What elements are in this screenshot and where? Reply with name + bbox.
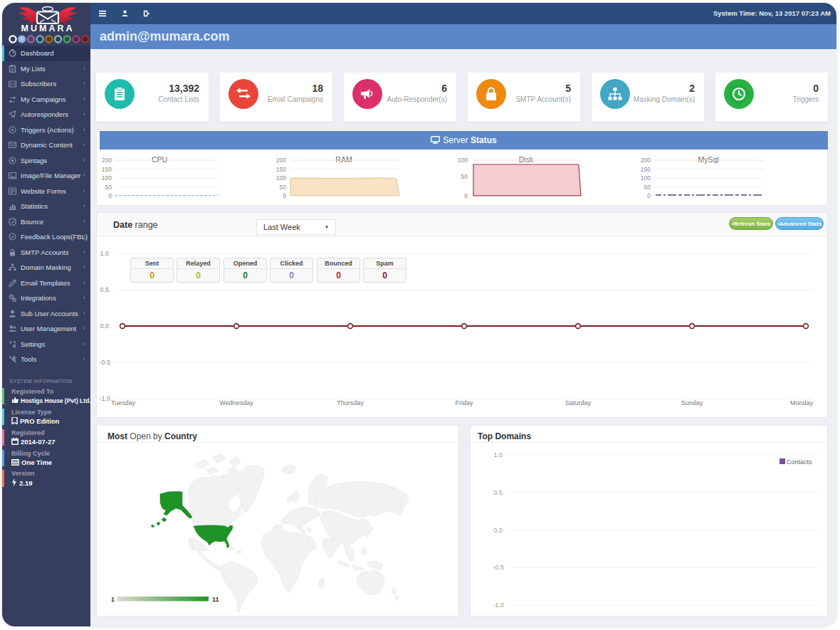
svg-text:0: 0 [108,192,112,199]
svg-text:Disk: Disk [519,155,534,164]
svg-text:0.5: 0.5 [493,489,503,496]
svg-text:Sunday: Sunday [681,399,703,406]
svg-text:Contacts: Contacts [787,458,812,466]
svg-text:Wednesday: Wednesday [219,399,253,406]
svg-text:50: 50 [644,184,651,191]
svg-text:100: 100 [102,174,112,182]
svg-text:100: 100 [458,157,468,164]
svg-text:1.0: 1.0 [493,451,503,458]
svg-text:MUMARA: MUMARA [21,23,75,33]
svg-text:-1.0: -1.0 [493,602,504,609]
svg-text:150: 150 [102,166,112,173]
svg-text:200: 200 [102,157,112,164]
svg-text:RAM: RAM [335,155,352,164]
svg-text:50: 50 [461,173,468,180]
svg-text:100: 100 [276,174,286,182]
svg-text:Saturday: Saturday [565,399,592,406]
svg-text:0: 0 [647,192,651,199]
svg-text:150: 150 [641,166,651,173]
svg-text:0: 0 [464,192,468,199]
svg-text:1.0: 1.0 [100,250,109,257]
svg-text:Thursday: Thursday [337,399,364,406]
svg-text:0.0: 0.0 [100,322,109,330]
svg-text:11: 11 [212,596,219,603]
svg-text:Monday: Monday [790,399,814,406]
svg-text:100: 100 [641,174,651,182]
svg-text:-0.5: -0.5 [493,564,504,571]
svg-text:CPU: CPU [152,155,167,164]
svg-text:200: 200 [276,157,286,164]
svg-text:0: 0 [283,192,286,199]
svg-text:50: 50 [280,184,287,191]
svg-text:-1.0: -1.0 [99,395,110,402]
svg-text:1: 1 [111,596,115,603]
svg-text:-0.5: -0.5 [99,359,110,366]
svg-text:Tuesday: Tuesday [111,399,136,406]
svg-text:0.0: 0.0 [493,527,503,534]
svg-text:150: 150 [276,166,286,173]
svg-text:200: 200 [641,157,651,164]
svg-text:Friday: Friday [455,399,473,406]
svg-text:0.5: 0.5 [100,286,109,293]
svg-text:MySql: MySql [698,155,718,164]
svg-text:50: 50 [105,184,112,191]
